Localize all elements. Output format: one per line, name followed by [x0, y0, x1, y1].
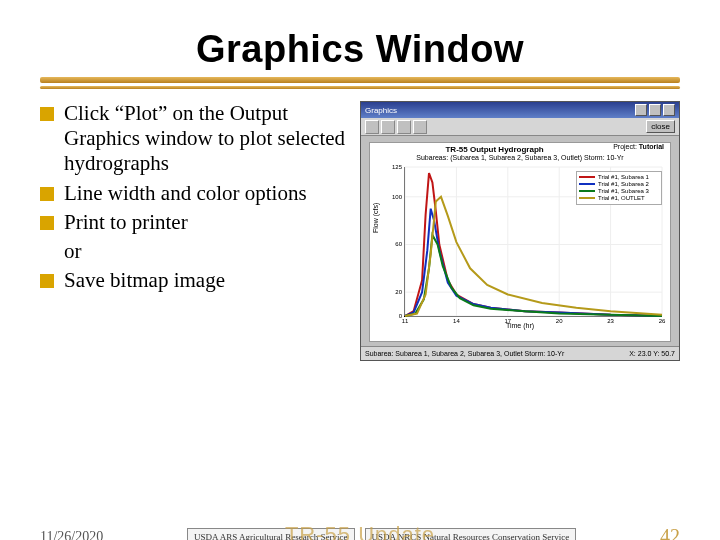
plot-title: TR-55 Output Hydrograph	[376, 145, 613, 154]
bullet-icon	[40, 107, 54, 121]
toolbar: close	[361, 118, 679, 136]
project-label: Project: Tutorial	[613, 143, 664, 154]
thumbnail-icon[interactable]	[381, 120, 395, 134]
page-number: 42	[660, 525, 680, 540]
axes-icon[interactable]	[397, 120, 411, 134]
title-rule	[40, 77, 680, 89]
status-left: Subarea: Subarea 1, Subarea 2, Subarea 3…	[365, 350, 564, 357]
bullet-text: Print to printer	[64, 210, 348, 235]
bullet-text: Click “Plot” on the Output Graphics wind…	[64, 101, 348, 177]
bullet-icon	[40, 216, 54, 230]
minimize-icon[interactable]	[635, 104, 647, 116]
maximize-icon[interactable]	[649, 104, 661, 116]
status-bar: Subarea: Subarea 1, Subarea 2, Subarea 3…	[361, 346, 679, 360]
refresh-icon[interactable]	[413, 120, 427, 134]
or-text: or	[64, 239, 348, 264]
print-icon[interactable]	[365, 120, 379, 134]
bullet-icon	[40, 274, 54, 288]
close-button[interactable]: close	[646, 120, 675, 133]
bullet-text: Save bitmap image	[64, 268, 348, 293]
close-icon[interactable]	[663, 104, 675, 116]
footer-date: 11/26/2020	[40, 529, 103, 541]
legend: Trial #1, Subarea 1Trial #1, Subarea 2Tr…	[576, 171, 662, 205]
plot-area: TR-55 Output Hydrograph Project: Tutoria…	[369, 142, 671, 342]
window-titlebar[interactable]: Graphics	[361, 102, 679, 118]
bullet-list: Click “Plot” on the Output Graphics wind…	[40, 101, 348, 361]
bullet-icon	[40, 187, 54, 201]
embedded-screenshot: Graphics close	[360, 101, 680, 361]
bullet-text: Line width and color options	[64, 181, 348, 206]
window-title: Graphics	[365, 106, 397, 115]
logo-usda-ars: USDA ARS Agricultural Research Service	[187, 528, 354, 541]
plot-subtitle: Subareas: (Subarea 1, Subarea 2, Subarea…	[370, 154, 670, 161]
logo-usda-nrcs: USDA NRCS Natural Resources Conservation…	[365, 528, 577, 541]
footer-logos: USDA ARS Agricultural Research Service U…	[187, 528, 576, 541]
status-right: X: 23.0 Y: 50.7	[629, 350, 675, 357]
x-axis-label: Time (hr)	[370, 322, 670, 329]
slide-title: Graphics Window	[40, 28, 680, 71]
y-axis-label: Flow (cfs)	[372, 203, 379, 233]
